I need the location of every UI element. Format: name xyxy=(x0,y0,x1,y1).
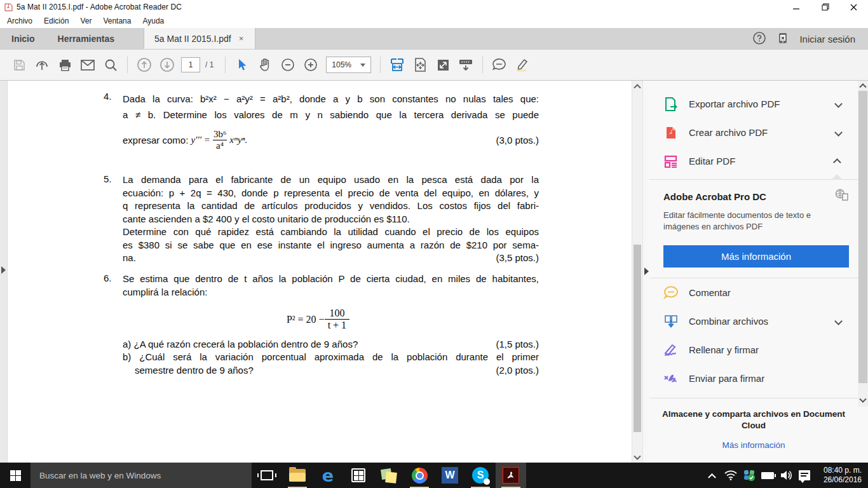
action-center-icon[interactable] xyxy=(795,463,813,488)
menu-ventana[interactable]: Ventana xyxy=(97,15,137,27)
previous-page-icon[interactable] xyxy=(133,53,156,76)
comment-icon[interactable] xyxy=(488,53,511,76)
scroll-down-icon[interactable] xyxy=(858,396,868,405)
problem-line: es $380 si se sabe que en ese instante e… xyxy=(123,239,539,252)
sidebar-scrollbar[interactable] xyxy=(858,81,868,407)
pdf-page: 4. Dada la curva: b²x² − a²y² = a²b², do… xyxy=(8,81,632,463)
wifi-icon[interactable] xyxy=(721,463,740,488)
subquestion-b: b) ¿Cuál será la variación porcentual ap… xyxy=(123,351,539,364)
save-icon[interactable] xyxy=(8,53,31,76)
chevron-down-icon[interactable] xyxy=(834,128,843,137)
zoom-in-icon[interactable] xyxy=(299,53,322,76)
scrollbar-thumb[interactable] xyxy=(634,245,641,432)
scroll-up-icon[interactable] xyxy=(632,81,642,90)
taskbar-sticky-notes[interactable] xyxy=(374,463,404,488)
menu-archivo[interactable]: Archivo xyxy=(1,15,38,27)
sidebar-item-exportar[interactable]: Exportar archivo PDF xyxy=(649,90,858,118)
taskbar-file-explorer[interactable] xyxy=(282,463,313,488)
taskbar-acrobat[interactable] xyxy=(496,463,526,488)
taskbar-store[interactable] xyxy=(343,463,374,488)
menu-edicion[interactable]: Edición xyxy=(38,15,74,27)
points-label: (3,5 ptos.) xyxy=(496,252,539,265)
formula-lhs: y′′′ = xyxy=(191,135,210,146)
problem-number: 4. xyxy=(104,91,123,152)
taskbar-word[interactable]: W xyxy=(435,463,465,488)
title-bar: 5a Mat II 2015.I.pdf - Adobe Acrobat Rea… xyxy=(0,0,868,14)
close-button[interactable] xyxy=(839,0,868,14)
actual-size-icon[interactable] xyxy=(431,53,454,76)
zoom-level-dropdown[interactable]: 105% xyxy=(326,57,371,73)
select-tool-icon[interactable] xyxy=(231,53,254,76)
problem-line: q representa la cantidad de artículos pr… xyxy=(123,200,539,213)
cloud-mas-informacion-link[interactable]: Más información xyxy=(722,440,785,450)
skype-icon: S xyxy=(472,467,489,484)
page-number-input[interactable] xyxy=(181,57,200,72)
zoom-out-icon[interactable] xyxy=(276,53,299,76)
start-button[interactable] xyxy=(0,463,31,488)
store-icon xyxy=(351,468,365,482)
mas-informacion-button[interactable]: Más información xyxy=(663,245,849,268)
taskbar-chrome[interactable] xyxy=(404,463,435,488)
tools-sidebar: Exportar archivo PDF Crear archivo PDF E… xyxy=(649,81,868,463)
acrobat-app-icon xyxy=(4,3,13,11)
share-upload-icon[interactable] xyxy=(31,53,53,76)
reading-mode-icon[interactable] xyxy=(454,53,477,76)
combine-files-icon xyxy=(663,314,679,329)
taskbar-clock[interactable]: 08:40 p. m. 26/06/2016 xyxy=(813,466,868,485)
help-icon[interactable] xyxy=(752,31,766,47)
task-view-button[interactable] xyxy=(252,463,282,488)
tab-document[interactable]: 5a Mat II 2015.I.pdf × xyxy=(144,28,255,49)
next-page-icon[interactable] xyxy=(156,53,179,76)
email-icon[interactable] xyxy=(76,53,99,76)
problem-line: Dada la curva: b²x² − a²y² = a²b², donde… xyxy=(123,91,539,107)
print-icon[interactable] xyxy=(53,53,76,76)
scroll-up-icon[interactable] xyxy=(858,81,868,90)
sidebar-item-editar[interactable]: Editar PDF xyxy=(649,147,858,175)
acrobat-pro-promo: Adobe Acrobat Pro DC Editar fácilmente d… xyxy=(649,180,858,268)
sidebar-item-enviar[interactable]: Enviar para firmar xyxy=(649,364,858,393)
tab-close-icon[interactable]: × xyxy=(238,34,245,43)
highlighter-icon[interactable] xyxy=(511,53,534,76)
search-input[interactable] xyxy=(31,471,252,480)
fit-page-icon[interactable] xyxy=(409,53,431,76)
sidebar-item-comentar[interactable]: Comentar xyxy=(649,278,858,307)
tray-expand-button[interactable] xyxy=(703,463,721,488)
hand-tool-icon[interactable] xyxy=(254,53,276,76)
sidebar-item-crear[interactable]: Crear archivo PDF xyxy=(649,118,858,147)
fit-width-icon[interactable] xyxy=(386,53,409,76)
mobile-device-icon[interactable] xyxy=(776,32,789,46)
scrollbar-thumb[interactable] xyxy=(858,91,867,383)
taskbar-search[interactable] xyxy=(31,463,252,488)
battery-icon[interactable] xyxy=(758,463,776,488)
tab-inicio[interactable]: Inicio xyxy=(0,28,46,49)
sidebar-item-label: Rellenar y firmar xyxy=(689,344,858,355)
expand-nav-pane-icon[interactable] xyxy=(1,266,6,274)
sidebar-item-combinar[interactable]: Combinar archivos xyxy=(649,307,858,336)
signin-button[interactable]: Iniciar sesión xyxy=(799,34,858,44)
restore-button[interactable] xyxy=(811,0,839,14)
taskbar-skype[interactable]: S xyxy=(465,463,496,488)
tab-herramientas[interactable]: Herramientas xyxy=(46,28,126,49)
minimize-button[interactable] xyxy=(782,0,811,14)
collapse-tools-pane-icon[interactable] xyxy=(644,268,649,275)
sidebar-item-rellenar[interactable]: Rellenar y firmar xyxy=(649,336,858,364)
file-explorer-icon xyxy=(289,469,306,482)
security-check-icon[interactable] xyxy=(740,463,758,488)
menu-ayuda[interactable]: Ayuda xyxy=(137,15,170,27)
edit-pdf-icon xyxy=(663,154,679,169)
chevron-up-icon[interactable] xyxy=(833,158,841,166)
problem-line: ecuación: p + 2q = 430, donde p represen… xyxy=(123,187,539,200)
chevron-down-icon xyxy=(360,64,365,67)
search-icon[interactable] xyxy=(99,53,122,76)
create-pdf-icon xyxy=(663,125,679,140)
chevron-down-icon[interactable] xyxy=(834,100,843,108)
menu-ver[interactable]: Ver xyxy=(74,15,97,27)
document-scrollbar[interactable] xyxy=(632,81,642,463)
scroll-down-icon[interactable] xyxy=(632,453,642,463)
chevron-down-icon[interactable] xyxy=(834,317,843,325)
problem-line: cante ascienden a $2 400 y el costo unit… xyxy=(123,213,539,226)
points-label: (3,0 ptos.) xyxy=(496,135,539,146)
taskbar-edge[interactable]: e xyxy=(313,463,343,488)
volume-icon[interactable] xyxy=(776,463,795,488)
acrobat-icon xyxy=(503,467,519,484)
